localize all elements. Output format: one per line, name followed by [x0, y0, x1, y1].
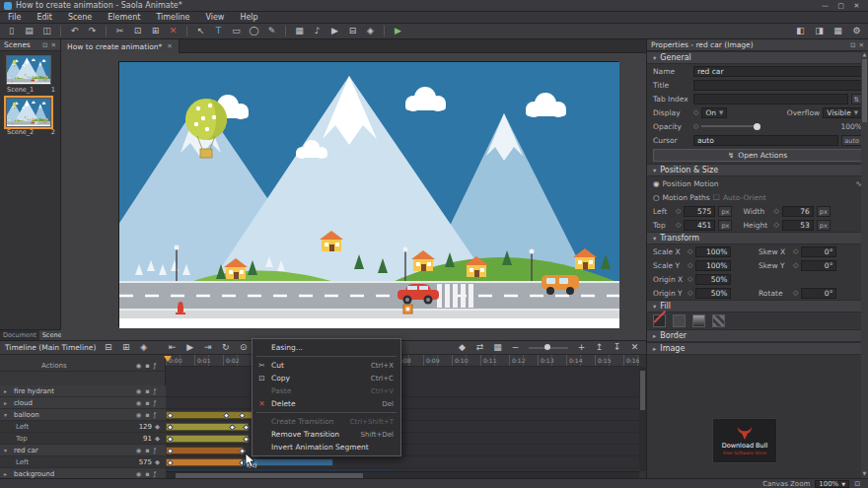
minimize-button[interactable]: —: [818, 1, 832, 11]
fx-icon[interactable]: ƒ: [154, 387, 156, 395]
lock-icon[interactable]: ▪: [145, 387, 149, 395]
pointer-tool-icon[interactable]: ↖: [194, 25, 207, 37]
animation-segment[interactable]: [166, 458, 243, 466]
transition-mode-icon[interactable]: ⇄: [473, 341, 486, 354]
add-keyframe-icon[interactable]: ◇: [793, 247, 798, 255]
audio-icon[interactable]: ♪: [311, 25, 324, 37]
redo-icon[interactable]: ↷: [86, 25, 99, 37]
unit-chip[interactable]: px: [718, 206, 732, 217]
play-icon[interactable]: ▶: [183, 341, 196, 354]
timeline-layer-red-car[interactable]: ▾red car◉▪ƒ: [0, 445, 166, 456]
video-icon[interactable]: ▶: [328, 25, 341, 37]
opacity-slider[interactable]: [701, 125, 759, 127]
position-motion-radio[interactable]: ◉: [653, 179, 660, 188]
top-value[interactable]: 451: [684, 220, 715, 231]
close-icon[interactable]: ✕: [628, 341, 641, 354]
animation-segment[interactable]: [166, 423, 249, 431]
capture-icon[interactable]: ⊙: [237, 341, 250, 354]
keyframe-diamond[interactable]: [239, 411, 246, 418]
properties-scrollbar[interactable]: ▲ ▼: [861, 51, 868, 478]
cursor-auto-chip[interactable]: auto: [841, 135, 862, 146]
close-button[interactable]: ✕: [849, 1, 864, 11]
eye-icon[interactable]: ◉: [136, 399, 142, 407]
keyframe-diamond[interactable]: [243, 435, 250, 442]
div-icon[interactable]: ⊟: [346, 25, 359, 37]
timeline-vscrollbar[interactable]: [639, 367, 646, 471]
keyframe-diamond[interactable]: [167, 423, 174, 430]
menu-help[interactable]: Help: [238, 13, 259, 22]
cursor-input[interactable]: [693, 135, 838, 146]
grid-icon[interactable]: ▦: [491, 341, 504, 354]
scroll-down-icon[interactable]: ▼: [861, 470, 868, 478]
context-menu-item-invert-animation-segment[interactable]: Invert Animation Segment: [253, 441, 400, 453]
scale-y-value[interactable]: 100%: [695, 260, 731, 271]
add-keyframe-icon[interactable]: ◇: [793, 289, 798, 297]
auto-keyframe-icon[interactable]: ◈: [137, 341, 150, 354]
section-border-header[interactable]: ▸ Border: [647, 329, 868, 342]
pen-tool-icon[interactable]: ✎: [265, 25, 278, 37]
keyframe-icon[interactable]: ◆: [155, 458, 162, 466]
preview-icon[interactable]: ▶: [392, 25, 404, 37]
origin-y-value[interactable]: 50%: [695, 288, 731, 299]
scene-thumbnail-2[interactable]: Scene_2 2: [6, 98, 56, 136]
scene-thumbnail-1[interactable]: Scene_1 1: [6, 55, 56, 94]
add-keyframe-icon[interactable]: ◇: [687, 289, 692, 297]
undo-icon[interactable]: ↶: [68, 25, 81, 37]
maximize-button[interactable]: ▢: [833, 1, 848, 11]
fx-icon[interactable]: ƒ: [154, 362, 156, 370]
document-tab[interactable]: How to create animation* ✕: [61, 39, 180, 53]
keyframe-diamond[interactable]: [167, 458, 174, 465]
display-dropdown[interactable]: On ▼: [701, 107, 727, 118]
menu-edit[interactable]: Edit: [35, 13, 54, 22]
playhead-marker[interactable]: [164, 356, 172, 362]
add-keyframe-icon[interactable]: ◇: [676, 207, 681, 215]
origin-x-value[interactable]: 50%: [695, 274, 731, 285]
timeline-layer-fire-hydrant[interactable]: ▸fire hydrant◉▪ƒ: [0, 385, 166, 397]
float-panel-icon[interactable]: ⊡: [42, 41, 47, 49]
close-icon[interactable]: ✕: [859, 41, 864, 49]
cut-icon[interactable]: ✂: [113, 25, 126, 37]
animation-segment[interactable]: f(x): [243, 458, 333, 466]
context-menu-item-cut[interactable]: ✂CutCtrl+X: [253, 359, 400, 372]
lock-icon[interactable]: ▪: [145, 399, 149, 407]
expand-icon[interactable]: ▸: [4, 387, 11, 394]
timeline-tracks[interactable]: f(x): [166, 385, 639, 479]
title-input[interactable]: [693, 80, 862, 91]
eye-icon[interactable]: ◉: [136, 447, 142, 454]
add-keyframe-icon[interactable]: ◇: [676, 221, 681, 229]
canvas-zoom-dropdown[interactable]: 100% ▼: [815, 480, 849, 488]
image-icon[interactable]: ▦: [293, 25, 306, 37]
go-end-icon[interactable]: ⇥: [201, 341, 214, 354]
overflow-dropdown[interactable]: Visible ▼: [823, 107, 862, 118]
tabindex-input[interactable]: [693, 94, 848, 105]
left-value[interactable]: 575: [684, 206, 715, 217]
property-value[interactable]: 575: [139, 458, 152, 466]
timeline-layer-left[interactable]: Left129◆: [0, 421, 166, 433]
menu-timeline[interactable]: Timeline: [154, 13, 191, 22]
timeline-hscrollbar[interactable]: [166, 471, 639, 478]
keyframe-diamond[interactable]: [223, 411, 230, 418]
workspace-icon[interactable]: ▦: [832, 25, 844, 37]
property-value[interactable]: 91: [143, 435, 152, 443]
menu-file[interactable]: File: [6, 13, 23, 22]
scrollbar-thumb[interactable]: [640, 371, 645, 410]
expand-icon[interactable]: ▸: [4, 399, 11, 406]
height-value[interactable]: 53: [782, 220, 814, 231]
add-keyframe-icon[interactable]: ◇: [687, 275, 692, 283]
add-keyframe-icon[interactable]: ◇: [773, 207, 778, 215]
keyframe-icon[interactable]: ◆: [155, 435, 162, 443]
width-value[interactable]: 76: [782, 206, 814, 217]
timeline-zoom-in-icon[interactable]: +: [575, 341, 588, 354]
eye-icon[interactable]: ◉: [136, 470, 142, 478]
rotate-value[interactable]: 0°: [801, 288, 836, 299]
timeline-zoom-slider[interactable]: [529, 347, 568, 349]
add-keyframe-icon[interactable]: ◇: [687, 261, 692, 269]
new-project-icon[interactable]: ▯: [5, 25, 18, 37]
name-input[interactable]: [693, 66, 862, 77]
property-value[interactable]: 129: [139, 423, 152, 431]
section-image-header[interactable]: ▸ Image: [647, 342, 868, 355]
context-menu-item-delete[interactable]: ✕DeleteDel: [253, 397, 400, 410]
add-keyframe-icon[interactable]: ◇: [693, 108, 698, 116]
animation-segment[interactable]: [166, 435, 249, 443]
close-tab-icon[interactable]: ✕: [167, 42, 172, 50]
